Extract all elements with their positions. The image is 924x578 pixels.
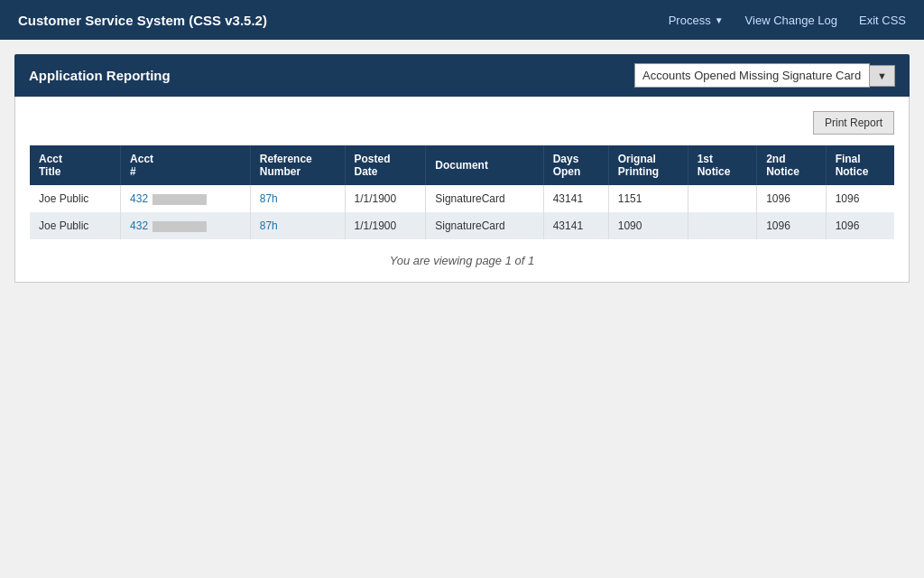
cell-posted-date: 1/1/1900 (345, 212, 426, 239)
ref-num-link[interactable]: 87h (260, 219, 278, 232)
ref-num-link[interactable]: 87h (260, 192, 278, 205)
col-posted-date: PostedDate (345, 145, 426, 185)
cell-acct-num: 432 (121, 185, 251, 212)
cell-ref-number: 87h (250, 212, 345, 239)
cell-final-notice: 1096 (826, 212, 894, 239)
table-header-row: AcctTitle Acct# ReferenceNumber PostedDa… (30, 145, 894, 185)
col-document: Document (426, 145, 543, 185)
app-title: Customer Service System (CSS v3.5.2) (18, 13, 267, 28)
nav-links: Process ▼ View Change Log Exit CSS (669, 14, 906, 27)
cell-acct-num: 432 (121, 212, 251, 239)
cell-2nd-notice: 1096 (757, 185, 826, 212)
white-panel: Print Report AcctTitle Acct# ReferenceNu… (14, 97, 910, 283)
col-2nd-notice: 2ndNotice (757, 145, 826, 185)
cell-document: SignatureCard (426, 185, 543, 212)
top-nav: Customer Service System (CSS v3.5.2) Pro… (0, 0, 924, 40)
app-header-bar: Application Reporting Accounts Opened Mi… (14, 54, 910, 97)
cell-acct-title: Joe Public (30, 212, 121, 239)
cell-posted-date: 1/1/1900 (345, 185, 426, 212)
cell-ref-number: 87h (250, 185, 345, 212)
view-change-log-link[interactable]: View Change Log (745, 14, 837, 27)
table-row: Joe Public432 87h1/1/1900SignatureCard43… (30, 185, 894, 212)
cell-2nd-notice: 1096 (757, 212, 826, 239)
acct-num-link[interactable]: 432 (130, 192, 148, 205)
process-dropdown-arrow: ▼ (715, 15, 724, 25)
process-menu[interactable]: Process ▼ (669, 14, 724, 27)
col-final-notice: FinalNotice (826, 145, 894, 185)
paging-text: You are viewing page 1 of 1 (30, 254, 894, 267)
accounts-table: AcctTitle Acct# ReferenceNumber PostedDa… (30, 145, 894, 239)
acct-num-link[interactable]: 432 (130, 219, 148, 232)
col-acct-title: AcctTitle (30, 145, 121, 185)
col-days-open: DaysOpen (543, 145, 608, 185)
col-acct-num: Acct# (121, 145, 251, 185)
table-row: Joe Public432 87h1/1/1900SignatureCard43… (30, 212, 894, 239)
cell-document: SignatureCard (426, 212, 543, 239)
section-title: Application Reporting (29, 68, 171, 83)
report-select-container: Accounts Opened Missing Signature Card ▼ (634, 63, 895, 88)
cell-acct-title: Joe Public (30, 185, 121, 212)
cell-days-open: 43141 (543, 212, 608, 239)
col-1st-notice: 1stNotice (688, 145, 756, 185)
process-label: Process (669, 14, 711, 27)
cell-final-notice: 1096 (826, 185, 894, 212)
col-ref-number: ReferenceNumber (250, 145, 345, 185)
report-select-arrow-button[interactable]: ▼ (870, 65, 895, 87)
cell-1st-notice (688, 212, 756, 239)
exit-css-link[interactable]: Exit CSS (859, 14, 906, 27)
report-selector[interactable]: Accounts Opened Missing Signature Card (634, 63, 870, 88)
cell-days-open: 43141 (543, 185, 608, 212)
cell-original-printing: 1151 (608, 185, 688, 212)
print-report-button[interactable]: Print Report (813, 111, 894, 135)
col-original-printing: OrignalPrinting (608, 145, 688, 185)
main-content: Application Reporting Accounts Opened Mi… (0, 40, 924, 297)
cell-original-printing: 1090 (608, 212, 688, 239)
cell-1st-notice (688, 185, 756, 212)
